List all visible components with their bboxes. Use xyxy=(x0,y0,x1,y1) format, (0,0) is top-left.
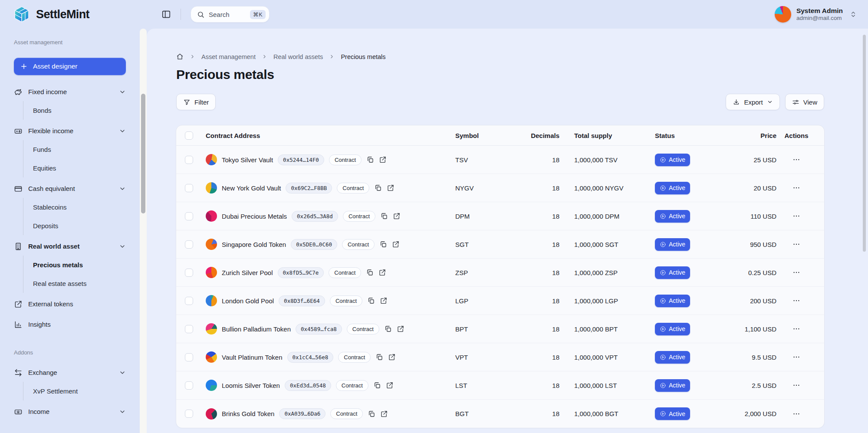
open-explorer-button[interactable] xyxy=(393,212,401,220)
open-explorer-button[interactable] xyxy=(386,381,394,389)
column-header-symbol[interactable]: Symbol xyxy=(455,132,520,139)
row-actions-button[interactable] xyxy=(790,408,802,420)
copy-address-button[interactable] xyxy=(373,381,381,389)
breadcrumb-item-asset-management[interactable]: Asset management xyxy=(201,53,256,60)
contract-address-pill[interactable]: 0x5244…14F0 xyxy=(278,154,324,165)
sidebar-item-cash-equivalent[interactable]: Cash equivalent xyxy=(14,179,126,198)
search-input[interactable]: Search ⌘K xyxy=(191,6,270,23)
filter-button[interactable]: Filter xyxy=(176,94,216,110)
copy-address-button[interactable] xyxy=(380,212,388,220)
user-menu[interactable]: System Admin admin@mail.com xyxy=(775,6,857,23)
token-avatar xyxy=(206,295,217,306)
row-checkbox[interactable] xyxy=(185,297,193,305)
column-header-contract-address[interactable]: Contract Address xyxy=(206,132,455,139)
sidebar-item-precious-metals[interactable]: Precious metals xyxy=(33,256,126,274)
row-actions-button[interactable] xyxy=(790,238,802,250)
sidebar-item-equities[interactable]: Equities xyxy=(33,159,126,177)
sidebar-item-deposits[interactable]: Deposits xyxy=(33,216,126,235)
home-icon[interactable] xyxy=(176,53,184,60)
copy-address-button[interactable] xyxy=(368,410,375,418)
copy-address-button[interactable] xyxy=(374,184,382,192)
contract-address-pill[interactable]: 0x69C2…F8BB xyxy=(286,183,332,194)
contract-address-pill[interactable]: 0xA039…6Da6 xyxy=(279,408,326,419)
view-button[interactable]: View xyxy=(785,94,824,110)
asset-designer-button[interactable]: Asset designer xyxy=(14,58,126,75)
copy-icon xyxy=(366,269,374,276)
copy-icon xyxy=(373,381,381,389)
status-label: Active xyxy=(669,241,685,248)
sidebar-item-exchange[interactable]: Exchange xyxy=(14,363,126,382)
sidebar-item-stablecoins[interactable]: Stablecoins xyxy=(33,198,126,216)
row-actions-button[interactable] xyxy=(790,295,802,307)
brand-logo[interactable]: SettleMint xyxy=(13,6,147,23)
sidebar-item-flexible-income[interactable]: Flexible income xyxy=(14,121,126,140)
sidebar-item-xvp-settlement[interactable]: XvP Settlement xyxy=(33,382,126,400)
row-actions-button[interactable] xyxy=(790,351,802,363)
row-checkbox[interactable] xyxy=(185,381,193,390)
open-explorer-button[interactable] xyxy=(387,184,395,192)
row-checkbox[interactable] xyxy=(185,410,193,418)
breadcrumb-item-real-world-assets[interactable]: Real world assets xyxy=(273,53,323,60)
sidebar-toggle-icon[interactable] xyxy=(161,10,171,19)
sidebar-scrollbar[interactable] xyxy=(140,29,147,433)
contract-address-pill[interactable]: 0x5DE0…0C60 xyxy=(291,239,337,250)
row-checkbox[interactable] xyxy=(185,353,193,361)
open-explorer-button[interactable] xyxy=(378,269,386,276)
row-actions-button[interactable] xyxy=(790,379,802,391)
contract-address-pill[interactable]: 0x26d5…3A8d xyxy=(292,211,338,222)
sidebar-item-insights[interactable]: Insights xyxy=(14,315,126,334)
sidebar-item-real-world-asset[interactable]: Real world asset xyxy=(14,237,126,256)
row-checkbox[interactable] xyxy=(185,156,193,164)
open-explorer-button[interactable] xyxy=(380,297,388,305)
row-actions-button[interactable] xyxy=(790,323,802,335)
sidebar-item-fixed-income[interactable]: Fixed income xyxy=(14,82,126,101)
copy-address-button[interactable] xyxy=(366,156,374,164)
row-actions-button[interactable] xyxy=(790,154,802,166)
contract-address-pill[interactable]: 0x8D3f…6E64 xyxy=(279,295,325,306)
copy-address-button[interactable] xyxy=(379,240,387,248)
contract-address-pill[interactable]: 0x8fD5…9C7e xyxy=(278,267,324,278)
column-header-status[interactable]: Status xyxy=(655,132,729,139)
sidebar-item-bonds[interactable]: Bonds xyxy=(33,101,126,120)
sidebar-scrollbar-thumb[interactable] xyxy=(141,94,145,213)
open-explorer-button[interactable] xyxy=(379,156,387,164)
column-header-decimals[interactable]: Decimals xyxy=(520,132,559,139)
contract-address-pill[interactable]: 0xEd3d…0548 xyxy=(285,380,331,391)
row-checkbox[interactable] xyxy=(185,240,193,249)
row-actions-button[interactable] xyxy=(790,182,802,194)
sidebar-item-external-tokens[interactable]: External tokens xyxy=(14,295,126,313)
table-row: Brinks Gold Token 0xA039…6Da6 Contract B… xyxy=(176,400,824,428)
sidebar-item-income[interactable]: Income xyxy=(14,402,126,421)
select-all-checkbox[interactable] xyxy=(185,131,193,140)
row-checkbox[interactable] xyxy=(185,269,193,277)
copy-address-button[interactable] xyxy=(366,269,374,276)
contract-badge: Contract xyxy=(342,239,375,250)
column-header-total-supply[interactable]: Total supply xyxy=(559,132,655,139)
column-header-price[interactable]: Price xyxy=(729,132,776,139)
export-button[interactable]: Export xyxy=(726,94,779,110)
row-actions-button[interactable] xyxy=(790,210,802,222)
open-explorer-button[interactable] xyxy=(397,325,404,333)
sidebar-item-label: Cash equivalent xyxy=(28,185,113,192)
play-circle-icon xyxy=(660,157,666,163)
sidebar-item-real-estate-assets[interactable]: Real estate assets xyxy=(33,274,126,293)
copy-address-button[interactable] xyxy=(384,325,392,333)
open-explorer-button[interactable] xyxy=(388,353,396,361)
open-explorer-button[interactable] xyxy=(380,410,388,418)
open-explorer-button[interactable] xyxy=(392,240,400,248)
row-actions-button[interactable] xyxy=(790,266,802,279)
status-cell: Active xyxy=(655,154,729,166)
copy-address-button[interactable] xyxy=(375,353,383,361)
decimals-cell: 18 xyxy=(520,241,559,248)
sidebar-item-funds[interactable]: Funds xyxy=(33,140,126,159)
sidebar-item-label: External tokens xyxy=(28,300,126,308)
main-scrollbar-thumb[interactable] xyxy=(863,35,866,252)
status-cell: Active xyxy=(655,266,729,279)
row-checkbox[interactable] xyxy=(185,325,193,333)
contract-address-pill[interactable]: 0x4589…fca8 xyxy=(296,324,342,335)
row-checkbox[interactable] xyxy=(185,184,193,192)
copy-address-button[interactable] xyxy=(367,297,375,305)
search-placeholder: Search xyxy=(209,11,246,18)
contract-address-pill[interactable]: 0x1cC4…56e8 xyxy=(287,352,334,363)
row-checkbox[interactable] xyxy=(185,212,193,220)
